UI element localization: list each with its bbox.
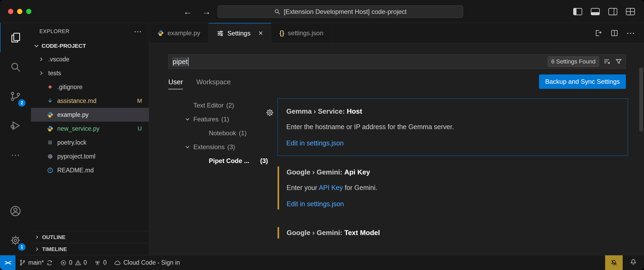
additional-views-button[interactable]: ⋯ bbox=[0, 140, 31, 170]
explorer-sidebar: EXPLORER ⋯ CODE-PROJECT .vscode tests bbox=[31, 23, 149, 255]
scope-tab-user[interactable]: User bbox=[168, 78, 183, 89]
json-file-icon: {} bbox=[279, 29, 284, 37]
scope-tab-workspace[interactable]: Workspace bbox=[196, 78, 231, 89]
project-root-label: CODE-PROJECT bbox=[42, 43, 86, 49]
open-changes-icon[interactable] bbox=[594, 29, 602, 37]
cloud-icon bbox=[114, 259, 121, 266]
outline-section-header[interactable]: OUTLINE bbox=[31, 231, 149, 243]
tab-bar: example.py Settings ✕ {} settings.json ⋯ bbox=[149, 23, 644, 43]
scm-badge: 2 bbox=[18, 99, 26, 107]
results-count-badge: 6 Settings Found bbox=[548, 57, 599, 67]
settings-search-input[interactable]: pipet 6 Settings Found bbox=[168, 54, 626, 69]
back-icon[interactable]: ← bbox=[183, 6, 192, 17]
chevron-right-icon bbox=[38, 70, 44, 76]
tree-item-gitignore[interactable]: .gitignore bbox=[31, 80, 149, 94]
warnings-icon bbox=[75, 260, 81, 266]
git-modified-badge: M bbox=[137, 97, 142, 104]
setting-description: Enter the hostname or IP address for the… bbox=[286, 123, 619, 131]
tree-item-assistance-md[interactable]: assistance.md M bbox=[31, 94, 149, 108]
toggle-panel-icon[interactable] bbox=[591, 8, 600, 15]
window-title: [Extension Development Host] code-projec… bbox=[284, 8, 407, 15]
settings-toc: Text Editor (2) Features (1) Notebook (1… bbox=[168, 98, 270, 241]
search-icon bbox=[274, 9, 280, 15]
toc-item-notebook[interactable]: Notebook (1) bbox=[168, 126, 270, 140]
tree-item-readme-md[interactable]: README.md bbox=[31, 163, 149, 177]
editor-more-actions-icon[interactable]: ⋯ bbox=[626, 28, 635, 38]
accounts-button[interactable] bbox=[0, 196, 31, 226]
lock-file-icon bbox=[47, 139, 53, 146]
setting-gemma-service-host[interactable]: Gemma › Service: Host Enter the hostname… bbox=[278, 98, 628, 156]
zoom-window-button[interactable] bbox=[26, 9, 31, 14]
scrollbar-thumb[interactable] bbox=[639, 68, 643, 131]
setting-google-gemini-text-model[interactable]: Google › Gemini: Text Model bbox=[278, 224, 628, 241]
toc-item-pipet-code[interactable]: Pipet Code ... (3) bbox=[168, 154, 270, 168]
split-editor-icon[interactable] bbox=[610, 29, 618, 37]
do-not-disturb-status-item[interactable] bbox=[605, 255, 623, 270]
edit-in-settings-json-link[interactable]: Edit in settings.json bbox=[286, 139, 619, 147]
setting-google-gemini-api-key[interactable]: Google › Gemini: Api Key Enter your API … bbox=[278, 164, 628, 212]
filter-icon[interactable] bbox=[615, 58, 622, 65]
cloud-code-status-item[interactable]: Cloud Code - Sign in bbox=[110, 255, 184, 270]
run-debug-activity-button[interactable] bbox=[0, 111, 31, 140]
timeline-section-header[interactable]: TIMELINE bbox=[31, 243, 149, 255]
bell-slash-icon bbox=[610, 259, 618, 267]
notifications-status-item[interactable] bbox=[623, 258, 644, 267]
toggle-sidebar-icon[interactable] bbox=[573, 8, 582, 15]
minimize-window-button[interactable] bbox=[17, 9, 22, 14]
git-file-icon bbox=[47, 84, 53, 90]
info-file-icon bbox=[47, 167, 54, 174]
tree-item-pyproject-toml[interactable]: pyproject.toml bbox=[31, 149, 149, 163]
python-file-icon bbox=[47, 125, 54, 132]
source-control-activity-button[interactable]: 2 bbox=[0, 82, 31, 111]
remote-indicator[interactable]: >< bbox=[0, 255, 15, 270]
tree-item-tests[interactable]: tests bbox=[31, 66, 149, 80]
manage-button[interactable]: 1 bbox=[0, 226, 31, 255]
tree-item-new-service-py[interactable]: new_service.py U bbox=[31, 122, 149, 136]
toc-item-features[interactable]: Features (1) bbox=[168, 112, 270, 126]
problems-status-item[interactable]: 0 0 bbox=[56, 255, 91, 270]
more-icon: ⋯ bbox=[11, 150, 20, 160]
tab-settings[interactable]: Settings ✕ bbox=[209, 23, 271, 43]
setting-title: Google › Gemini: Text Model bbox=[287, 229, 628, 237]
errors-icon bbox=[60, 260, 67, 266]
git-branch-icon bbox=[19, 259, 26, 266]
toggle-secondary-sidebar-icon[interactable] bbox=[608, 8, 617, 15]
toc-item-extensions[interactable]: Extensions (3) bbox=[168, 140, 270, 154]
ports-status-item[interactable]: 0 bbox=[91, 255, 110, 270]
explorer-more-actions-icon[interactable]: ⋯ bbox=[134, 27, 142, 36]
backup-sync-button[interactable]: Backup and Sync Settings bbox=[539, 74, 626, 89]
tree-item-poetry-lock[interactable]: poetry.lock bbox=[31, 136, 149, 149]
settings-list: Gemma › Service: Host Enter the hostname… bbox=[278, 98, 628, 241]
radio-tower-icon bbox=[94, 260, 101, 266]
api-key-link[interactable]: API Key bbox=[319, 184, 343, 191]
chevron-right-icon bbox=[38, 56, 44, 62]
settings-scope-tabs: User Workspace Backup and Sync Settings bbox=[168, 78, 626, 89]
forward-icon[interactable]: → bbox=[202, 6, 211, 17]
customize-layout-icon[interactable] bbox=[626, 8, 635, 15]
vscode-window: ← → [Extension Development Host] code-pr… bbox=[0, 0, 644, 270]
edit-in-settings-json-link[interactable]: Edit in settings.json bbox=[287, 200, 628, 208]
toml-file-icon bbox=[47, 153, 54, 160]
close-tab-icon[interactable]: ✕ bbox=[258, 30, 263, 37]
project-root-folder[interactable]: CODE-PROJECT bbox=[31, 39, 149, 52]
branch-status-item[interactable]: main* bbox=[15, 255, 56, 270]
bell-icon bbox=[630, 258, 637, 266]
explorer-activity-button[interactable] bbox=[0, 23, 31, 52]
tab-settings-json[interactable]: {} settings.json bbox=[271, 23, 332, 43]
edit-setting-gear-icon[interactable] bbox=[265, 108, 274, 117]
command-center[interactable]: [Extension Development Host] code-projec… bbox=[218, 5, 463, 18]
chevron-down-icon bbox=[33, 42, 40, 49]
tree-item-example-py[interactable]: example.py bbox=[31, 108, 149, 122]
sync-icon bbox=[46, 260, 53, 266]
setting-title: Gemma › Service: Host bbox=[286, 107, 619, 116]
traffic-lights bbox=[8, 9, 31, 14]
search-activity-button[interactable] bbox=[0, 52, 31, 82]
close-window-button[interactable] bbox=[8, 9, 13, 14]
clear-search-icon[interactable] bbox=[603, 58, 611, 65]
tab-example-py[interactable]: example.py bbox=[149, 23, 209, 43]
tree-item-vscode[interactable]: .vscode bbox=[31, 52, 149, 66]
activity-bar: 2 ⋯ 1 bbox=[0, 23, 31, 255]
titlebar: ← → [Extension Development Host] code-pr… bbox=[0, 0, 644, 23]
search-value: pipet bbox=[172, 57, 188, 66]
toc-item-text-editor[interactable]: Text Editor (2) bbox=[168, 98, 270, 112]
